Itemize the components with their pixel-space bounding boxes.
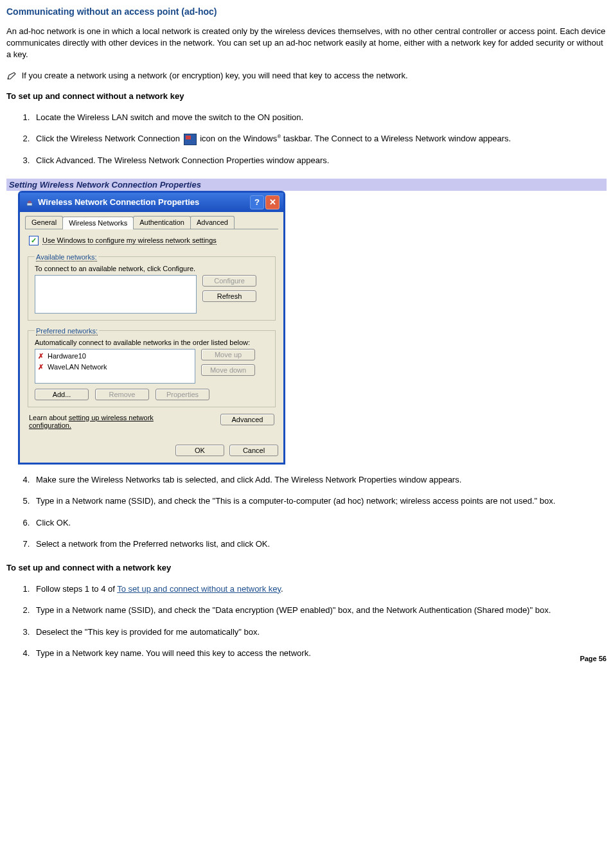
step-7: Select a network from the Preferred netw… (32, 538, 607, 551)
step-6: Click OK. (32, 517, 607, 529)
tab-authentication[interactable]: Authentication (133, 216, 191, 229)
use-windows-checkbox[interactable]: ✓ (29, 236, 39, 245)
step-2-text-b: icon on the Windows (200, 134, 277, 143)
dialog-title: Wireless Network Connection Properties (38, 197, 250, 207)
step-c4: Type in a Network key name. You will nee… (32, 647, 607, 660)
steps-without-key-cont: Make sure the Wireless Networks tab is s… (6, 474, 607, 551)
note-text: If you create a network using a network … (22, 71, 408, 80)
page-heading: Communicating without an access point (a… (6, 6, 607, 17)
list-item[interactable]: ✗ WaveLAN Network (38, 362, 192, 373)
wireless-icon (25, 198, 34, 207)
cancel-button[interactable]: Cancel (229, 445, 278, 456)
tab-general[interactable]: General (25, 216, 63, 229)
network-icon: ✗ (38, 352, 44, 360)
steps-with-key: Follow steps 1 to 4 of To set up and con… (6, 583, 607, 660)
available-networks-group: Available networks: To connect to an ava… (28, 253, 276, 321)
dialog-titlebar: Wireless Network Connection Properties ?… (20, 193, 283, 212)
available-hint: To connect to an available network, clic… (35, 265, 270, 272)
steps-without-key: Locate the Wireless LAN switch and move … (6, 111, 607, 167)
advanced-button[interactable]: Advanced (220, 414, 274, 425)
tab-wireless-networks[interactable]: Wireless Networks (62, 217, 134, 229)
configure-button[interactable]: Configure (202, 275, 256, 287)
move-down-button[interactable]: Move down (201, 364, 255, 376)
close-button[interactable]: ✕ (265, 195, 280, 209)
step-5: Type in a Network name (SSID), and check… (32, 495, 607, 508)
cross-ref-link[interactable]: To set up and connect without a network … (117, 584, 281, 594)
step-4: Make sure the Wireless Networks tab is s… (32, 474, 607, 486)
help-button[interactable]: ? (250, 195, 264, 209)
properties-dialog: Wireless Network Connection Properties ?… (18, 191, 285, 465)
step-3: Click Advanced. The Wireless Network Con… (32, 154, 607, 167)
properties-button[interactable]: Properties (155, 389, 209, 400)
preferred-networks-legend: Preferred networks: (35, 327, 99, 335)
step-2: Click the Wireless Network Connection ic… (32, 132, 607, 145)
tab-advanced[interactable]: Advanced (190, 216, 235, 229)
step-2-text-a: Click the Wireless Network Connection (36, 134, 182, 143)
learn-about-text: Learn about setting up wireless network … (29, 414, 196, 429)
refresh-button[interactable]: Refresh (202, 290, 256, 302)
step-c1: Follow steps 1 to 4 of To set up and con… (32, 583, 607, 596)
network-name: Hardware10 (48, 352, 86, 360)
svg-rect-0 (27, 203, 32, 206)
figure-caption: Setting Wireless Network Connection Prop… (6, 179, 607, 191)
step-c3: Deselect the "This key is provided for m… (32, 626, 607, 639)
available-networks-legend: Available networks: (35, 253, 98, 261)
subhead-no-key: To set up and connect without a network … (6, 91, 607, 102)
available-networks-list[interactable] (35, 275, 197, 314)
use-windows-label: Use Windows to configure my wireless net… (42, 236, 217, 245)
subhead-with-key: To set up and connect with a network key (6, 562, 607, 574)
registered-mark: ® (277, 134, 281, 139)
note-line: If you create a network using a network … (6, 70, 607, 82)
tab-strip: General Wireless Networks Authentication… (25, 216, 278, 229)
step-c2: Type in a Network name (SSID), and check… (32, 604, 607, 617)
page-number: Page 56 (580, 653, 607, 664)
wireless-taskbar-icon (184, 134, 197, 145)
preferred-networks-group: Preferred networks: Automatically connec… (28, 327, 276, 407)
network-icon: ✗ (38, 363, 44, 371)
move-up-button[interactable]: Move up (201, 349, 255, 360)
network-name: WaveLAN Network (48, 363, 107, 371)
remove-button[interactable]: Remove (95, 389, 149, 400)
pencil-note-icon (6, 71, 18, 80)
preferred-hint: Automatically connect to available netwo… (35, 339, 270, 346)
list-item[interactable]: ✗ Hardware10 (38, 351, 192, 362)
step-2-text-c: taskbar. The Connect to a Wireless Netwo… (283, 134, 511, 143)
add-button[interactable]: Add... (35, 389, 89, 400)
ok-button[interactable]: OK (175, 445, 224, 456)
preferred-networks-list[interactable]: ✗ Hardware10 ✗ WaveLAN Network (35, 349, 195, 384)
step-1: Locate the Wireless LAN switch and move … (32, 111, 607, 124)
intro-paragraph: An ad-hoc network is one in which a loca… (6, 26, 607, 61)
